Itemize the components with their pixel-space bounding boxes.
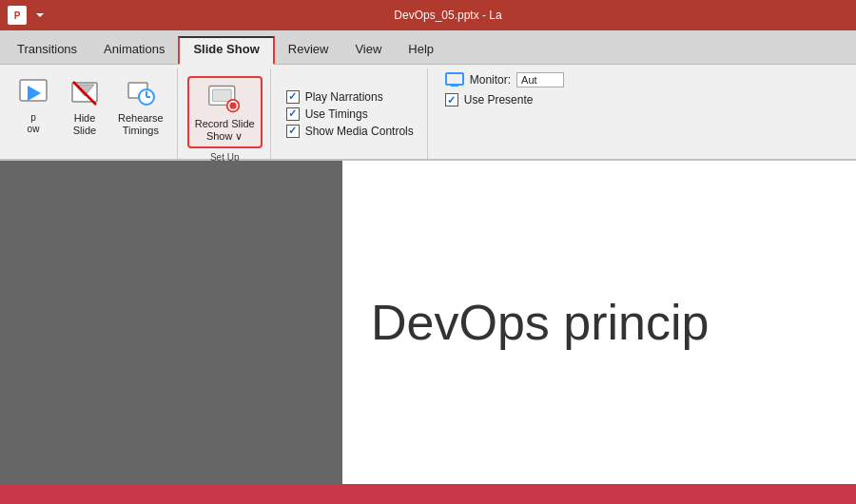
ribbon-content: pow HideSlide bbox=[0, 65, 856, 160]
group-monitor: Monitor: Aut Use Presente bbox=[430, 68, 579, 159]
record-slide-show-icon bbox=[207, 82, 242, 116]
group-start-slideshow-label bbox=[10, 153, 169, 159]
title-bar-title: DevOps_05.pptx - La bbox=[48, 9, 848, 22]
use-presenter-label: Use Presente bbox=[464, 93, 534, 107]
group-buttons: pow HideSlide bbox=[10, 68, 169, 153]
rehearse-timings-button[interactable]: RehearseTimings bbox=[112, 72, 169, 141]
title-bar-left: P bbox=[8, 6, 48, 25]
group-setup-buttons: Record SlideShow ∨ bbox=[187, 72, 263, 150]
svg-point-12 bbox=[230, 103, 237, 109]
tab-view[interactable]: View bbox=[341, 36, 395, 64]
show-media-controls-label: Show Media Controls bbox=[305, 125, 414, 138]
monitor-row: Monitor: Aut bbox=[445, 72, 564, 87]
hide-slide-icon bbox=[68, 76, 102, 110]
use-timings-checkbox[interactable] bbox=[286, 107, 300, 121]
group-setup: Record SlideShow ∨ Set Up bbox=[180, 68, 271, 159]
from-beginning-label: pow bbox=[28, 112, 40, 135]
play-narrations-row[interactable]: Play Narrations bbox=[286, 90, 414, 104]
svg-rect-13 bbox=[446, 73, 463, 85]
record-slide-show-label: Record SlideShow ∨ bbox=[195, 118, 255, 143]
from-beginning-button[interactable]: pow bbox=[10, 72, 57, 139]
group-start-slideshow: pow HideSlide bbox=[4, 68, 178, 159]
slide-area: DevOps princip bbox=[0, 161, 856, 484]
tab-slideshow[interactable]: Slide Show bbox=[178, 36, 274, 64]
rehearse-timings-icon bbox=[124, 76, 158, 110]
ribbon-tabs: Transitions Animations Slide Show Review… bbox=[0, 30, 856, 65]
use-timings-label: Use Timings bbox=[305, 107, 368, 121]
svg-rect-10 bbox=[213, 89, 232, 102]
hide-slide-label: HideSlide bbox=[73, 112, 96, 137]
show-media-controls-checkbox[interactable] bbox=[286, 125, 300, 138]
play-narrations-checkbox[interactable] bbox=[286, 90, 300, 104]
tab-transitions[interactable]: Transitions bbox=[4, 36, 90, 64]
app-logo: P bbox=[8, 6, 27, 25]
use-presenter-row[interactable]: Use Presente bbox=[445, 93, 564, 107]
from-beginning-icon bbox=[16, 76, 50, 110]
tab-review[interactable]: Review bbox=[275, 36, 342, 64]
status-bar bbox=[0, 484, 856, 504]
monitor-icon bbox=[445, 72, 464, 87]
monitor-dropdown[interactable]: Aut bbox=[516, 72, 564, 87]
tab-animations[interactable]: Animations bbox=[90, 36, 178, 64]
show-media-controls-row[interactable]: Show Media Controls bbox=[286, 125, 414, 138]
svg-rect-14 bbox=[451, 85, 458, 87]
hide-slide-button[interactable]: HideSlide bbox=[61, 72, 108, 141]
title-bar: P DevOps_05.pptx - La bbox=[0, 0, 856, 30]
rehearse-timings-label: RehearseTimings bbox=[118, 112, 164, 137]
monitor-label: Monitor: bbox=[470, 73, 511, 87]
slide-panel-main: DevOps princip bbox=[342, 161, 856, 484]
slide-title: DevOps princip bbox=[371, 294, 709, 351]
group-checkboxes: Play Narrations Use Timings Show Media C… bbox=[273, 68, 428, 159]
quick-access-toolbar-icon bbox=[32, 8, 48, 23]
tab-help[interactable]: Help bbox=[395, 36, 447, 64]
checkbox-group: Play Narrations Use Timings Show Media C… bbox=[279, 68, 421, 159]
use-presenter-checkbox[interactable] bbox=[445, 93, 458, 107]
record-slide-show-button[interactable]: Record SlideShow ∨ bbox=[187, 76, 263, 148]
use-timings-row[interactable]: Use Timings bbox=[286, 107, 414, 121]
monitor-group: Monitor: Aut Use Presente bbox=[436, 68, 574, 110]
slide-panel-left bbox=[0, 161, 342, 484]
play-narrations-label: Play Narrations bbox=[305, 90, 383, 104]
